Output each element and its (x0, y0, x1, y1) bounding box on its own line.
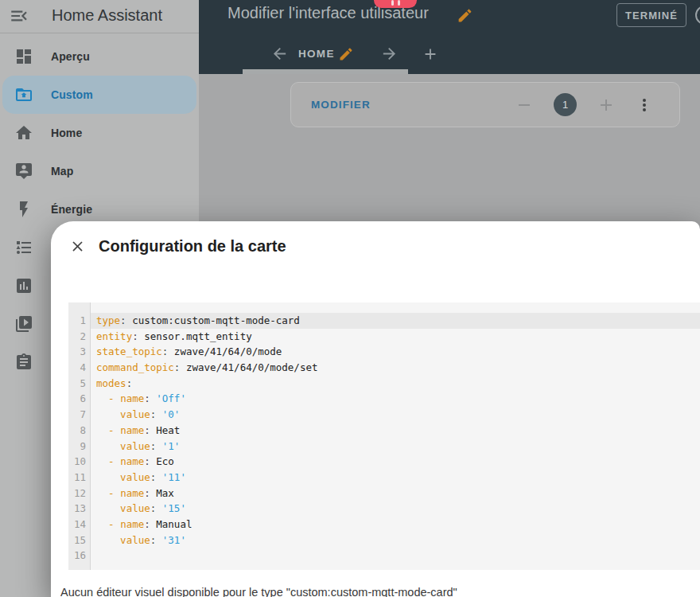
code-line (91, 548, 700, 564)
app-title: Home Assistant (52, 6, 162, 25)
code-line: state_topic: zwave/41/64/0/mode (91, 344, 700, 360)
chart-box-icon (14, 276, 33, 295)
done-button[interactable]: TERMINÉ (616, 3, 686, 27)
tab-forward-arrow-icon[interactable] (380, 45, 399, 63)
sidebar-item-label: Aperçu (51, 50, 90, 63)
sidebar-item-home[interactable]: Home (2, 114, 196, 152)
line-number: 7 (68, 407, 90, 423)
line-number: 3 (68, 344, 90, 360)
line-number: 10 (68, 454, 90, 470)
view-dashboard-icon (14, 47, 33, 66)
card-configuration-dialog: Configuration de la carte 12345678910111… (51, 221, 700, 597)
sidebar-item-label: Custom (51, 88, 93, 101)
yaml-code-editor[interactable]: 12345678910111213141516 type: custom:cus… (68, 302, 700, 570)
notification-badge (374, 0, 417, 8)
line-number: 11 (68, 470, 90, 486)
sidebar-item-map[interactable]: Map (2, 152, 196, 190)
decrease-column-icon[interactable] (515, 96, 534, 115)
folder-home-icon (14, 85, 33, 104)
close-icon[interactable] (69, 238, 86, 255)
editor-code-area: type: custom:custom-mqtt-mode-cardentity… (91, 302, 700, 570)
edit-mode-header: Modifier l'interface utilisateur TERMINÉ… (199, 0, 700, 74)
code-line: command_topic: zwave/41/64/0/mode/set (91, 360, 700, 376)
edit-tab-pencil-icon[interactable] (338, 46, 354, 62)
line-number: 12 (68, 486, 90, 501)
sidebar-item-label: Home (51, 127, 82, 139)
code-line: value: '0' (91, 407, 700, 423)
code-line: type: custom:custom-mqtt-mode-card (91, 313, 700, 329)
code-line: value: '11' (91, 470, 700, 486)
code-line: value: '31' (91, 533, 700, 548)
code-line: - name: Eco (91, 454, 700, 470)
code-line: - name: Max (91, 486, 700, 501)
clipboard-text-icon (14, 353, 33, 372)
active-tab-indicator (243, 69, 408, 74)
line-number: 2 (68, 329, 90, 345)
code-line: - name: Manual (91, 517, 700, 533)
add-tab-icon[interactable] (422, 45, 439, 63)
sidebar-header: Home Assistant (0, 0, 199, 33)
tab-back-arrow-icon[interactable] (270, 45, 289, 63)
home-icon (14, 123, 33, 142)
editor-line-numbers: 12345678910111213141516 (68, 302, 91, 570)
sidebar-item-label: Énergie (51, 203, 92, 216)
code-line: value: '1' (91, 439, 700, 455)
line-number: 9 (68, 439, 90, 455)
code-line: - name: Heat (91, 423, 700, 439)
line-number: 14 (68, 517, 90, 533)
increase-column-icon[interactable] (597, 96, 616, 115)
tab-home[interactable]: HOME (298, 48, 335, 60)
tooltip-account-icon (14, 162, 33, 181)
column-count-badge: 1 (554, 93, 577, 116)
line-number: 16 (68, 548, 90, 564)
line-number: 1 (68, 313, 90, 329)
line-number: 15 (68, 533, 90, 548)
line-number: 8 (68, 423, 90, 439)
menu-open-icon[interactable] (9, 6, 29, 26)
edit-title-pencil-icon[interactable] (457, 7, 473, 24)
code-line: entity: sensor.mqtt_entity (91, 329, 700, 345)
sidebar-item-aperçu[interactable]: Aperçu (2, 37, 196, 76)
card-edit-toolbar: MODIFIER 1 (290, 82, 680, 127)
dialog-title: Configuration de la carte (99, 237, 286, 256)
modify-card-button[interactable]: MODIFIER (311, 99, 371, 111)
sidebar-item-label: Map (51, 165, 73, 178)
list-bulleted-type-icon (14, 238, 33, 257)
help-icon[interactable] (695, 6, 700, 25)
flash-icon (14, 200, 33, 219)
line-number: 5 (68, 376, 90, 392)
sidebar-item-custom[interactable]: Custom (2, 76, 196, 114)
card-menu-kebab-icon[interactable] (635, 96, 654, 115)
line-number: 13 (68, 501, 90, 517)
play-box-multiple-icon (14, 314, 33, 334)
no-visual-editor-note: Aucun éditeur visuel disponible pour le … (60, 586, 457, 597)
line-number: 6 (68, 391, 90, 407)
code-line: value: '15' (91, 501, 700, 517)
code-line: - name: 'Off' (91, 391, 700, 407)
code-line: modes: (91, 376, 700, 392)
line-number: 4 (68, 360, 90, 376)
